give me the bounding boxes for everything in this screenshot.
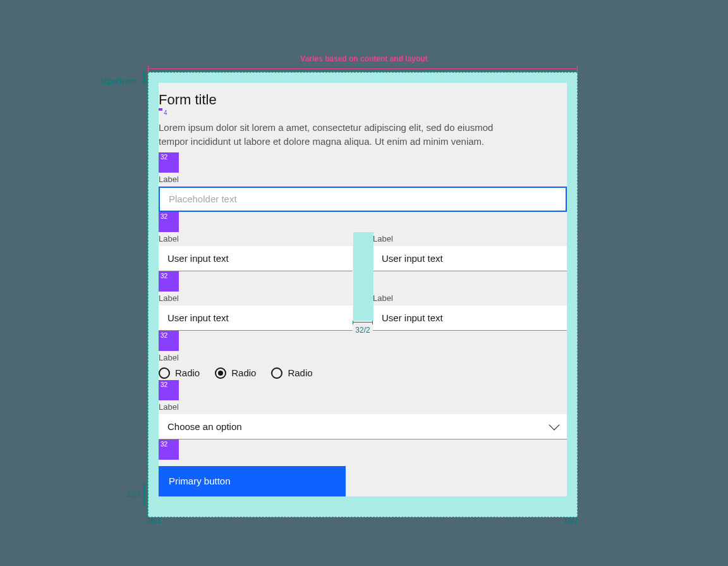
annotation-width-label: Varies based on content and layout [0,54,728,63]
row2-left-label: Label [159,292,353,305]
form-outline: Form title 4 Lorem ipsum dolor sit lorem… [148,72,578,517]
spacer-32-c: 32 [159,271,179,292]
spacer-32-b: 32 [159,212,179,232]
row2-right-input[interactable] [373,305,567,331]
row1-right-input[interactable] [373,246,567,271]
row2-right-label: Label [373,292,567,305]
radio-option-0[interactable]: Radio [159,367,200,379]
spacer-32-e: 32 [159,380,179,400]
annotation-left-padding: 16/1 [147,516,161,525]
radio-circle-icon [215,367,226,379]
radio-option-2[interactable]: Radio [271,367,312,379]
radio-group: Radio Radio Radio [159,365,567,380]
select-placeholder: Choose an option [167,421,242,432]
form-title: Form title [159,83,567,108]
spacer-4 [159,108,162,111]
radio-dot-icon [218,371,223,376]
annotation-right-padding: 16/1 [564,516,578,525]
column-gap-label: 32/2 [355,326,370,335]
spacer-32-d: 32 [159,331,179,351]
annotation-top-padding: 16px/1rem [100,77,136,86]
primary-button[interactable]: Primary button [159,466,346,496]
chevron-down-icon [549,420,560,431]
form-description: Lorem ipsum dolor sit lorem a amet, cons… [159,120,567,152]
radio-circle-icon [159,367,170,379]
radio-option-label: Radio [288,367,312,378]
field1-input[interactable] [159,187,567,212]
radio-circle-icon [271,367,282,379]
column-gap-highlight [353,232,373,321]
radio-group-label: Label [159,351,567,365]
select-dropdown[interactable]: Choose an option [159,414,567,440]
radio-option-1[interactable]: Radio [215,367,256,379]
annotation-bottom-padding: 32/2 [126,490,141,499]
form-container: Form title 4 Lorem ipsum dolor sit lorem… [159,83,567,496]
row1-left-label: Label [159,232,353,246]
row1-left-input[interactable] [159,246,353,271]
select-label: Label [159,400,567,414]
column-gap-marker: 32/2 [353,322,373,335]
radio-option-label: Radio [231,367,256,378]
field1-label: Label [159,173,567,187]
row1-right-label: Label [373,232,567,246]
row2-left-input[interactable] [159,305,353,331]
radio-option-label: Radio [175,367,200,378]
spacer-32-a: 32 [159,152,179,173]
spacer-32-f: 32 [159,440,179,460]
spacer-4-label: 4 [164,109,167,116]
